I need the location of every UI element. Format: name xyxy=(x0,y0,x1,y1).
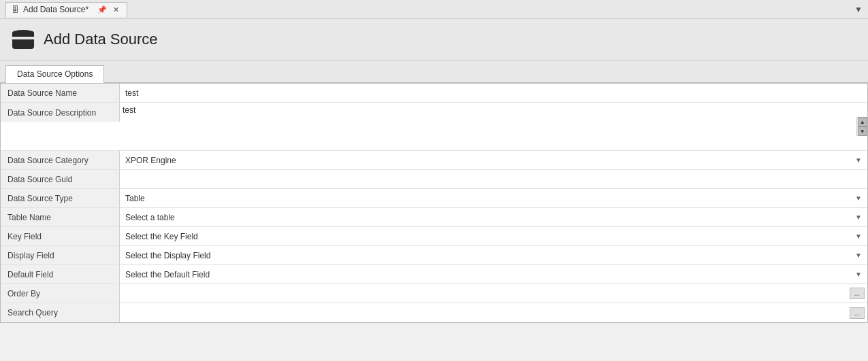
category-select-wrapper: XPOR Engine ▼ xyxy=(123,153,865,168)
label-data-source-guid: Data Source Guid xyxy=(1,170,120,188)
label-key-field: Key Field xyxy=(1,227,120,245)
tab-data-source-options[interactable]: Data Source Options xyxy=(5,65,104,83)
expand-button[interactable]: ▼ xyxy=(854,5,863,14)
close-tab-button[interactable]: ✕ xyxy=(111,5,121,15)
search-query-button[interactable]: ... xyxy=(850,307,865,319)
db-tab-icon: 🗄 xyxy=(12,5,19,14)
page-title: Add Data Source xyxy=(44,31,158,48)
control-search-query: ... xyxy=(120,303,867,322)
label-table-name: Table Name xyxy=(1,208,120,226)
form-row-description: Data Source Description ▲ ▼ xyxy=(1,103,867,151)
label-search-query: Search Query xyxy=(1,303,120,322)
tab-bar: Data Source Options xyxy=(0,61,868,83)
data-source-name-input[interactable] xyxy=(123,86,865,101)
form-row-name: Data Source Name xyxy=(1,84,867,103)
title-tab[interactable]: 🗄 Add Data Source* 📌 ✕ xyxy=(5,2,127,17)
control-default-field: Select the Default Field ▼ xyxy=(120,265,867,283)
title-bar: 🗄 Add Data Source* 📌 ✕ ▼ xyxy=(0,0,868,19)
default-field-select-wrapper: Select the Default Field ▼ xyxy=(123,267,865,282)
form-row-search-query: Search Query ... xyxy=(1,303,867,322)
scrollbar-up-arrow[interactable]: ▲ xyxy=(858,117,867,126)
data-source-category-select[interactable]: XPOR Engine xyxy=(123,153,865,168)
search-query-input[interactable] xyxy=(121,305,850,320)
table-name-select-wrapper: Select a table ▼ xyxy=(123,210,865,225)
form-row-display-field: Display Field Select the Display Field ▼ xyxy=(1,246,867,265)
page-header: Add Data Source xyxy=(0,19,868,61)
control-key-field: Select the Key Field ▼ xyxy=(120,227,867,245)
control-data-source-guid xyxy=(120,170,867,188)
table-name-select[interactable]: Select a table xyxy=(123,210,865,225)
form-row-order-by: Order By ... xyxy=(1,284,867,303)
default-field-select[interactable]: Select the Default Field xyxy=(123,267,865,282)
tab-controls: 📌 ✕ xyxy=(95,5,121,15)
form-row-category: Data Source Category XPOR Engine ▼ xyxy=(1,151,867,170)
database-icon xyxy=(11,27,35,52)
tab-label: Add Data Source* xyxy=(23,5,89,14)
form-row-key-field: Key Field Select the Key Field ▼ xyxy=(1,227,867,246)
textarea-scrollbar: ▲ ▼ xyxy=(856,117,867,136)
order-by-button[interactable]: ... xyxy=(850,288,865,299)
pin-button[interactable]: 📌 xyxy=(95,5,109,15)
label-data-source-category: Data Source Category xyxy=(1,151,120,169)
label-order-by: Order By xyxy=(1,284,120,303)
form-row-guid: Data Source Guid xyxy=(1,170,867,189)
display-field-select-wrapper: Select the Display Field ▼ xyxy=(123,248,865,263)
display-field-select[interactable]: Select the Display Field xyxy=(123,248,865,263)
control-data-source-category: XPOR Engine ▼ xyxy=(120,151,867,169)
control-display-field: Select the Display Field ▼ xyxy=(120,246,867,264)
control-data-source-name xyxy=(120,84,867,102)
data-source-guid-input[interactable] xyxy=(123,172,865,187)
control-data-source-description: ▲ ▼ xyxy=(120,103,867,150)
scrollbar-down-arrow[interactable]: ▼ xyxy=(858,126,867,136)
label-data-source-description: Data Source Description xyxy=(1,103,120,122)
data-source-description-input[interactable] xyxy=(120,103,856,150)
control-order-by: ... xyxy=(120,284,867,303)
key-field-select-wrapper: Select the Key Field ▼ xyxy=(123,229,865,244)
label-data-source-name: Data Source Name xyxy=(1,84,120,102)
form-row-table-name: Table Name Select a table ▼ xyxy=(1,208,867,227)
control-data-source-type: Table ▼ xyxy=(120,189,867,207)
key-field-select[interactable]: Select the Key Field xyxy=(123,229,865,244)
label-display-field: Display Field xyxy=(1,246,120,264)
control-table-name: Select a table ▼ xyxy=(120,208,867,226)
form-row-default-field: Default Field Select the Default Field ▼ xyxy=(1,265,867,284)
label-default-field: Default Field xyxy=(1,265,120,283)
type-select-wrapper: Table ▼ xyxy=(123,191,865,206)
label-data-source-type: Data Source Type xyxy=(1,189,120,207)
form-row-type: Data Source Type Table ▼ xyxy=(1,189,867,208)
data-source-type-select[interactable]: Table xyxy=(123,191,865,206)
order-by-input[interactable] xyxy=(121,286,850,301)
form-area: Data Source Name Data Source Description… xyxy=(0,83,868,323)
